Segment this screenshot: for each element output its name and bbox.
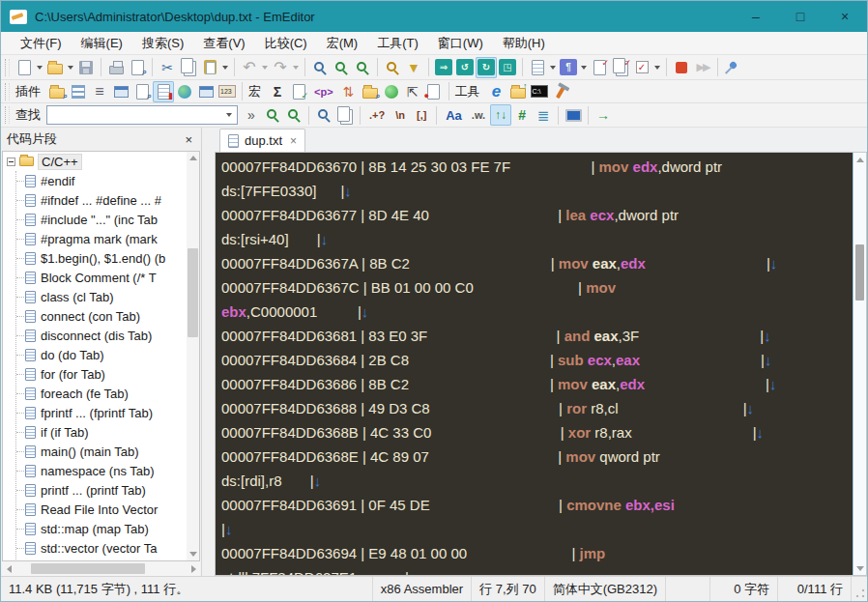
updown-search-button[interactable]: ↑↓ bbox=[490, 104, 511, 126]
find-next-green-button[interactable] bbox=[283, 104, 304, 126]
macro-record-doc-button[interactable]: ● bbox=[423, 81, 445, 102]
tree-vscrollbar[interactable] bbox=[187, 152, 199, 560]
snippet-item[interactable]: fprintf ... (fprintf Tab) bbox=[16, 403, 199, 422]
macro-back-button[interactable] bbox=[381, 81, 402, 102]
editor-row[interactable]: 00007FF84DD63688 | 49 D3 C8 | ror r8,cl … bbox=[221, 396, 853, 420]
status-encoding[interactable]: 简体中文(GB2312) bbox=[545, 577, 666, 601]
plugin-webpreview-button[interactable] bbox=[174, 81, 195, 102]
redo-dropdown[interactable] bbox=[291, 57, 301, 78]
marks-button[interactable]: ¶ bbox=[558, 57, 579, 78]
find-next-button[interactable] bbox=[331, 57, 352, 78]
snippets-tree[interactable]: C/C++ #endif#ifndef ... #define ... ##in… bbox=[2, 151, 200, 561]
print-preview-button[interactable]: ⌕ bbox=[127, 57, 148, 78]
macro-sum-button[interactable]: Σ bbox=[267, 81, 288, 102]
snippet-item[interactable]: for (for Tab) bbox=[16, 364, 199, 384]
snippet-item[interactable]: Block Comment (/* T bbox=[16, 268, 199, 287]
filter-button[interactable]: ▼ bbox=[403, 57, 424, 78]
pin-button[interactable] bbox=[722, 57, 743, 78]
snippet-item[interactable]: #include "..." (inc Tab bbox=[16, 210, 199, 229]
match-case-button[interactable]: Aa bbox=[441, 104, 467, 126]
macro-list-dropdown[interactable] bbox=[652, 57, 662, 78]
editor-row[interactable]: ebx,C0000001 |↓ bbox=[221, 300, 853, 324]
plugin-sync-button[interactable] bbox=[195, 81, 217, 102]
new-file-button[interactable] bbox=[14, 57, 35, 78]
status-syntax[interactable]: x86 Assembler bbox=[373, 577, 472, 601]
snippet-item[interactable]: if (if Tab) bbox=[16, 422, 199, 442]
filter-list-button[interactable]: ≣ bbox=[533, 104, 554, 126]
editor-row[interactable]: 00007FF84DD6367A | 8B C2 | mov eax,edx |… bbox=[221, 251, 853, 275]
snippet-item[interactable]: std::vector (vector Ta bbox=[16, 538, 199, 558]
find-extract-button[interactable] bbox=[334, 104, 356, 126]
menu-item[interactable]: 文件(F) bbox=[11, 33, 72, 54]
minimize-button[interactable]: – bbox=[734, 1, 778, 32]
scroll-up-arrow[interactable] bbox=[854, 153, 866, 166]
copy-button[interactable] bbox=[178, 57, 199, 78]
redo-button[interactable]: ↷ bbox=[270, 57, 291, 78]
snippet-item[interactable]: foreach (fe Tab) bbox=[16, 384, 199, 403]
plugin-explorer-button[interactable] bbox=[110, 81, 131, 102]
save-button[interactable] bbox=[75, 57, 97, 78]
macro-tag-button[interactable]: <p> bbox=[309, 81, 338, 102]
snippet-item[interactable]: disconnect (dis Tab) bbox=[16, 326, 199, 345]
snippet-item[interactable]: do (do Tab) bbox=[16, 345, 199, 364]
editor-row[interactable]: 00007FF84DD63670 | 8B 14 25 30 03 FE 7F … bbox=[221, 155, 853, 179]
scroll-down-arrow[interactable] bbox=[189, 548, 197, 560]
number-toggle-button[interactable]: # bbox=[511, 104, 533, 126]
snippet-item[interactable]: Read File Into Vector bbox=[16, 500, 199, 519]
paste-button[interactable] bbox=[199, 57, 220, 78]
menu-item[interactable]: 搜索(S) bbox=[132, 33, 193, 54]
editor-row[interactable]: 00007FF84DD63681 | 83 E0 3F | and eax,3F… bbox=[221, 324, 853, 348]
stop-button[interactable] bbox=[671, 57, 692, 78]
tool-folder-up-button[interactable]: ↑ bbox=[507, 81, 529, 102]
snippets-close-button[interactable]: × bbox=[182, 132, 195, 147]
macro-sort-button[interactable]: ⇅ bbox=[338, 81, 360, 102]
plugin-search-button[interactable]: ⌕ bbox=[131, 81, 153, 102]
snippet-item[interactable]: class (cl Tab) bbox=[16, 287, 199, 306]
plugin-htmlbar-button[interactable] bbox=[68, 81, 89, 102]
zoom-button[interactable] bbox=[309, 57, 331, 78]
editor-vscroll-thumb[interactable] bbox=[855, 244, 864, 301]
tab-close-button[interactable]: × bbox=[290, 134, 297, 148]
toolbar-drag-handle[interactable] bbox=[5, 83, 10, 100]
number-range-button[interactable]: [,] bbox=[411, 104, 432, 126]
scroll-up-arrow[interactable] bbox=[189, 152, 197, 164]
snippet-item[interactable]: connect (con Tab) bbox=[16, 306, 199, 326]
snippet-item[interactable]: $1.begin(), $1.end() (b bbox=[16, 248, 199, 268]
tool-cmd-button[interactable]: C:\ bbox=[529, 81, 550, 102]
editor-row[interactable]: 00007FF84DD63684 | 2B C8 | sub ecx,eax |… bbox=[221, 348, 853, 372]
find-in-files-button[interactable] bbox=[382, 57, 403, 78]
open-file-button[interactable] bbox=[44, 57, 66, 78]
undo-dropdown[interactable] bbox=[260, 57, 270, 78]
editor-text[interactable]: 00007FF84DD63670 | 8B 14 25 30 03 FE 7F … bbox=[216, 153, 853, 575]
find-overflow-button[interactable]: » bbox=[241, 104, 262, 126]
tree-vscroll-thumb[interactable] bbox=[188, 248, 198, 337]
plugin-wordcount-button[interactable]: ≡ bbox=[89, 81, 110, 102]
close-button[interactable]: × bbox=[823, 1, 867, 32]
regex-button[interactable]: .+? bbox=[364, 104, 390, 126]
snippet-item[interactable]: #pragma mark (mark bbox=[16, 229, 199, 248]
screen-button[interactable] bbox=[563, 104, 584, 126]
editor-row[interactable]: ds:[rsi+40] |↓ bbox=[221, 227, 853, 251]
maximize-button[interactable]: □ bbox=[778, 1, 823, 32]
plugin-snippets-button[interactable]: ▮ bbox=[153, 81, 174, 102]
panel-splitter[interactable] bbox=[202, 128, 215, 576]
open-file-dropdown[interactable] bbox=[66, 57, 75, 78]
run-button[interactable]: ▶▶ bbox=[692, 57, 713, 78]
editor-row[interactable]: 00007FF84DD6368E | 4C 89 07 | mov qword … bbox=[221, 444, 853, 469]
toolbar-drag-handle[interactable] bbox=[5, 106, 10, 124]
scroll-right-arrow[interactable] bbox=[187, 565, 200, 573]
snippet-item[interactable]: main() (main Tab) bbox=[16, 442, 199, 461]
tab-dup-txt[interactable]: dup.txt × bbox=[219, 129, 305, 152]
editor-row[interactable]: ds:[7FFE0330] |↓ bbox=[221, 179, 853, 203]
menu-item[interactable]: 窗口(W) bbox=[428, 33, 493, 54]
outline-button[interactable] bbox=[527, 57, 548, 78]
menu-item[interactable]: 查看(V) bbox=[193, 33, 254, 54]
find-combobox[interactable] bbox=[46, 105, 238, 125]
editor-row[interactable]: |↓ bbox=[221, 517, 853, 541]
status-position[interactable]: 行 7,列 70 bbox=[472, 577, 545, 601]
menu-item[interactable]: 比较(C) bbox=[255, 33, 317, 54]
snippet-item[interactable]: #endif bbox=[16, 171, 199, 190]
find-prev-button[interactable] bbox=[352, 57, 373, 78]
plugin-numbering-button[interactable]: 123 bbox=[217, 81, 238, 102]
wrap-window-button[interactable]: ↻ bbox=[476, 57, 497, 78]
